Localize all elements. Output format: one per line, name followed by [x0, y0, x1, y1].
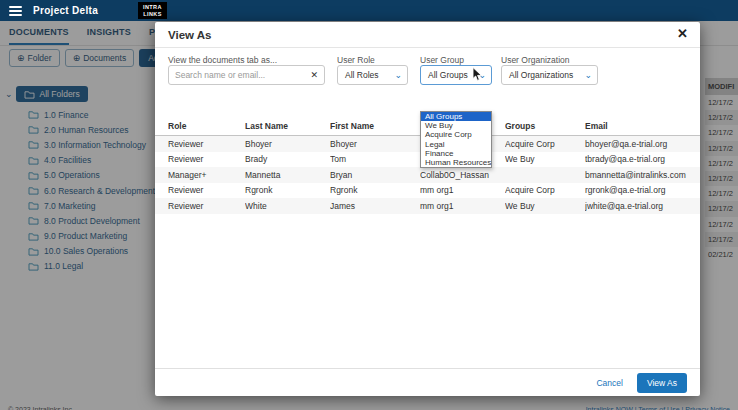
cancel-button[interactable]: Cancel [596, 378, 622, 388]
chevron-down-icon: ⌄ [584, 70, 592, 80]
clear-search-icon[interactable]: ✕ [304, 70, 324, 80]
user-role-label: User Role [337, 55, 375, 65]
header-role: Role [168, 121, 245, 131]
dropdown-option[interactable]: All Groups [421, 112, 491, 121]
cell-last-name: Rgronk [245, 185, 330, 195]
cell-organization: Collab0O_Hassan [420, 170, 505, 180]
cell-email: bmannetta@intralinks.com [585, 170, 700, 180]
modal-header: View As ✕ [155, 22, 700, 48]
cell-email: bhoyer@qa.e-trial.org [585, 139, 700, 149]
cell-role: Reviewer [168, 201, 245, 211]
user-row[interactable]: Reviewer Rgronk Rgronk mm org1 Acquire C… [155, 183, 700, 199]
search-label: View the documents tab as... [168, 55, 277, 65]
cell-role: Reviewer [168, 185, 245, 195]
view-as-modal: View As ✕ View the documents tab as... U… [155, 22, 700, 396]
user-row[interactable]: Reviewer White James mm org1 We Buy jwhi… [155, 198, 700, 214]
cell-first-name: Bhoyer [330, 139, 420, 149]
cell-role: Reviewer [168, 139, 245, 149]
cell-first-name: James [330, 201, 420, 211]
user-group-dropdown: All Groups We Buy Acquire Corp Legal Fin… [420, 111, 492, 168]
dropdown-option[interactable]: Human Resources [421, 158, 491, 167]
intralinks-logo: INTRA LINKS [138, 2, 167, 19]
header-last-name: Last Name [245, 121, 330, 131]
dropdown-option[interactable]: Finance [421, 149, 491, 158]
view-as-button[interactable]: View As [637, 373, 687, 393]
modal-footer: Cancel View As [155, 368, 700, 396]
screen: Project Delta INTRA LINKS DOCUMENTS INSI… [0, 0, 738, 410]
search-placeholder: Search name or email... [169, 70, 304, 80]
top-bar: Project Delta INTRA LINKS [0, 0, 738, 21]
cell-email: rgronk@qa.e-trial.org [585, 185, 700, 195]
hamburger-menu-icon[interactable] [9, 4, 22, 18]
cell-last-name: Bhoyer [245, 139, 330, 149]
user-organization-value: All Organizations [509, 70, 573, 80]
cell-role: Manager+ [168, 170, 245, 180]
header-first-name: First Name [330, 121, 420, 131]
cell-organization: mm org1 [420, 185, 505, 195]
cell-first-name: Bryan [330, 170, 420, 180]
dropdown-option[interactable]: Acquire Corp [421, 130, 491, 139]
search-input[interactable]: Search name or email... ✕ [168, 65, 325, 85]
dropdown-option[interactable]: We Buy [421, 121, 491, 130]
user-role-select[interactable]: All Roles ⌄ [337, 65, 408, 85]
cell-email: jwhite@qa.e-trial.org [585, 201, 700, 211]
modal-body: View the documents tab as... User Role U… [155, 48, 700, 368]
cell-last-name: Mannetta [245, 170, 330, 180]
modal-title: View As [168, 29, 211, 41]
cell-groups: Acquire Corp [505, 139, 585, 149]
workspace-title: Project Delta [33, 5, 98, 16]
cell-groups: We Buy [505, 201, 585, 211]
header-groups: Groups [505, 121, 585, 131]
user-role-value: All Roles [345, 70, 379, 80]
user-organization-select[interactable]: All Organizations ⌄ [501, 65, 598, 85]
close-icon[interactable]: ✕ [677, 26, 688, 41]
cell-first-name: Tom [330, 154, 420, 164]
logo-line-2: LINKS [143, 11, 162, 17]
cell-last-name: White [245, 201, 330, 211]
dropdown-option[interactable]: Legal [421, 140, 491, 149]
cell-email: tbrady@qa.e-trial.org [585, 154, 700, 164]
chevron-down-icon: ⌄ [394, 70, 402, 80]
cell-role: Reviewer [168, 154, 245, 164]
user-organization-label: User Organization [501, 55, 570, 65]
cell-first-name: Rgronk [330, 185, 420, 195]
header-email: Email [585, 121, 700, 131]
user-group-label: User Group [420, 55, 464, 65]
logo-line-1: INTRA [143, 4, 162, 10]
cell-groups: Acquire Corp [505, 185, 585, 195]
user-group-value: All Groups [428, 70, 468, 80]
cell-groups: We Buy [505, 154, 585, 164]
user-row[interactable]: Manager+ Mannetta Bryan Collab0O_Hassan … [155, 167, 700, 183]
mouse-cursor-icon [472, 67, 483, 86]
cell-last-name: Brady [245, 154, 330, 164]
cell-organization: mm org1 [420, 201, 505, 211]
